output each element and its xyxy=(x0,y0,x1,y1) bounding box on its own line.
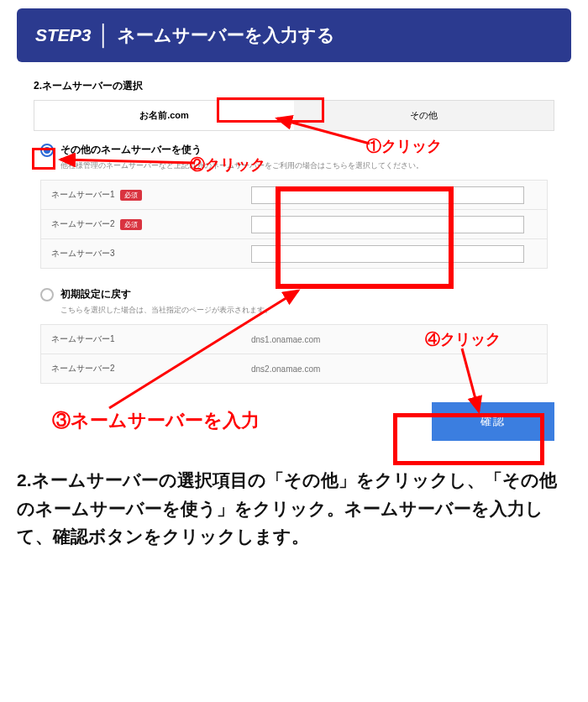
required-badge: 必須 xyxy=(120,190,142,201)
ns-row-3: ネームサーバー3 xyxy=(41,239,547,268)
ns-table-reset: ネームサーバー1 dns1.onamae.com ネームサーバー2 dns2.o… xyxy=(40,324,548,384)
reset-ns1-label: ネームサーバー1 xyxy=(41,325,243,354)
ns-label-2: ネームサーバー2 必須 xyxy=(41,210,243,238)
ns2-input[interactable] xyxy=(251,216,524,233)
section-title: 2.ネームサーバーの選択 xyxy=(34,79,554,93)
radio-icon-unchecked xyxy=(40,288,54,301)
option-reset-block: 初期設定に戻す こちらを選択した場合は、当社指定のページが表示されます。 ネーム… xyxy=(34,275,554,390)
option-reset-radio-row[interactable]: 初期設定に戻す xyxy=(40,287,548,301)
ns2-text: ネームサーバー2 xyxy=(51,218,115,230)
step-number: STEP3 xyxy=(35,25,92,45)
ns3-input[interactable] xyxy=(251,245,524,263)
reset-ns1-value: dns1.onamae.com xyxy=(243,330,547,349)
radio-icon-checked xyxy=(40,144,54,157)
separator-pipe: │ xyxy=(98,24,111,47)
tab-other[interactable]: その他 xyxy=(294,101,554,130)
ns-table-other: ネームサーバー1 必須 ネームサーバー2 必須 ネームサーバー3 xyxy=(40,180,548,269)
ns1-text: ネームサーバー1 xyxy=(51,189,115,201)
option-other-radio-row[interactable]: その他のネームサーバーを使う xyxy=(40,143,548,157)
required-badge-2: 必須 xyxy=(120,219,142,230)
ns1-input[interactable] xyxy=(251,186,524,204)
option-other-block: その他のネームサーバーを使う 他社様管理のネームサーバーなど上記以外のネームサー… xyxy=(34,131,554,275)
option-other-note: 他社様管理のネームサーバーなど上記以外のネームサーバーをご利用の場合はこちらを選… xyxy=(60,160,548,171)
reset-ns2-value: dns2.onamae.com xyxy=(243,359,547,379)
confirm-wrap: 確認 xyxy=(34,402,554,441)
screenshot-area: 2.ネームサーバーの選択 お名前.com その他 その他のネームサーバーを使う … xyxy=(17,79,571,441)
tabs: お名前.com その他 xyxy=(34,100,554,131)
step-header: STEP3 │ ネームサーバーを入力する xyxy=(17,8,571,62)
ns-row-2: ネームサーバー2 必須 xyxy=(41,210,547,239)
confirm-button[interactable]: 確認 xyxy=(432,402,554,441)
ns-row-1: ネームサーバー1 必須 xyxy=(41,181,547,210)
option-other-label: その他のネームサーバーを使う xyxy=(60,143,202,157)
ns3-text: ネームサーバー3 xyxy=(51,248,115,259)
option-reset-note: こちらを選択した場合は、当社指定のページが表示されます。 xyxy=(60,305,548,316)
reset-ns2-label: ネームサーバー2 xyxy=(41,354,243,383)
reset-row-2: ネームサーバー2 dns2.onamae.com xyxy=(41,354,547,383)
reset-row-1: ネームサーバー1 dns1.onamae.com xyxy=(41,325,547,354)
ns-label-3: ネームサーバー3 xyxy=(41,239,243,268)
step-title: ネームサーバーを入力する xyxy=(118,24,335,47)
tab-onamae[interactable]: お名前.com xyxy=(34,101,294,130)
instruction-text: 2.ネームサーバーの選択項目の「その他」をクリックし、「その他のネームサーバーを… xyxy=(17,466,571,551)
option-reset-label: 初期設定に戻す xyxy=(60,287,131,301)
ns-label-1: ネームサーバー1 必須 xyxy=(41,181,243,209)
